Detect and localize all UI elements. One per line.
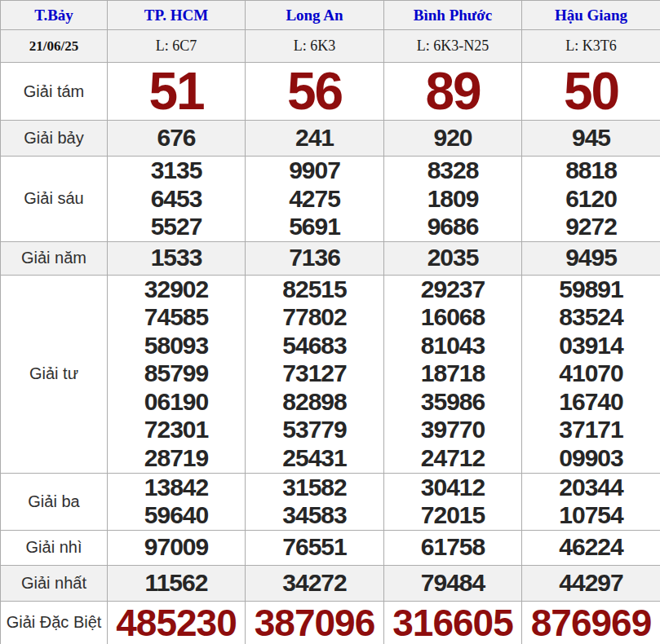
prize-cell: 9495: [522, 241, 660, 275]
prize-number: 5527: [108, 213, 245, 241]
prize-number: 79484: [384, 569, 521, 598]
prize-number: 58093: [108, 332, 245, 360]
prize-number: 09903: [522, 444, 660, 473]
prize-number: 59640: [108, 501, 245, 530]
prize-number: 8818: [522, 157, 660, 185]
prize-number: 82515: [246, 276, 383, 304]
results-table-body: 21/06/25L: 6C7L: 6K3L: 6K3-N25L: K3T6Giả…: [1, 30, 660, 644]
prize-cell: 89: [384, 63, 522, 121]
prize-number: 20344: [522, 474, 660, 502]
prize-cell: 876969: [522, 601, 660, 644]
prize-number: 16740: [522, 388, 660, 417]
draw-date: 21/06/25: [1, 30, 108, 63]
province-header: Hậu Giang: [522, 1, 660, 30]
loterie-code: L: 6C7: [108, 30, 246, 63]
prize-number: 9686: [384, 213, 521, 241]
prize-cell: 1384259640: [108, 473, 246, 530]
prize-number: 1533: [108, 244, 245, 272]
prize-row: Giải bảy676241920945: [1, 121, 660, 157]
prize-number: 74585: [108, 303, 245, 332]
loterie-code: L: K3T6: [522, 30, 660, 63]
prize-cell: 46224: [522, 530, 660, 565]
prize-number: 24712: [384, 444, 521, 473]
prize-cell: 82515778025468373127828985377925431: [246, 275, 384, 473]
prize-label: Giải Đặc Biệt: [1, 601, 108, 644]
prize-cell: 51: [108, 63, 246, 121]
prize-cell: 3158234583: [246, 473, 384, 530]
province-link-2[interactable]: Bình Phước: [414, 7, 492, 24]
prize-cell: 881861209272: [522, 157, 660, 242]
prize-number: 30412: [384, 474, 521, 502]
prize-cell: 61758: [384, 530, 522, 565]
prize-number: 485230: [108, 602, 245, 644]
prize-number: 316605: [384, 602, 521, 644]
prize-row: Giải tư329027458558093857990619072301287…: [1, 275, 660, 473]
prize-cell: 29237160688104318718359863977024712: [384, 275, 522, 473]
prize-cell: 7136: [246, 241, 384, 275]
prize-number: 41070: [522, 359, 660, 388]
loterie-code: L: 6K3-N25: [384, 30, 522, 63]
prize-cell: 32902745855809385799061907230128719: [108, 275, 246, 473]
prize-number: 32902: [108, 276, 245, 304]
prize-number: 18718: [384, 359, 521, 388]
prize-cell: 34272: [246, 565, 384, 601]
province-header: Long An: [246, 1, 384, 30]
prize-number: 03914: [522, 332, 660, 360]
prize-row: Giải nhì97009765516175846224: [1, 530, 660, 565]
results-table-head: T.BảyTP. HCMLong AnBình PhướcHậu Giang: [1, 1, 660, 30]
prize-cell: 241: [246, 121, 384, 157]
prize-number: 76551: [246, 533, 383, 562]
date-row: 21/06/25L: 6C7L: 6K3L: 6K3-N25L: K3T6: [1, 30, 660, 63]
prize-number: 1809: [384, 185, 521, 214]
prize-number: 9907: [246, 157, 383, 185]
prize-number: 945: [522, 124, 660, 152]
prize-label: Giải nhất: [1, 565, 108, 601]
prize-number: 920: [384, 124, 521, 152]
prize-number: 37171: [522, 416, 660, 444]
prize-number: 2035: [384, 244, 521, 272]
prize-label: Giải sáu: [1, 157, 108, 242]
prize-label: Giải ba: [1, 473, 108, 530]
prize-cell: 11562: [108, 565, 246, 601]
prize-number: 7136: [246, 244, 383, 272]
prize-row: Giải tám51568950: [1, 63, 660, 121]
prize-cell: 3041272015: [384, 473, 522, 530]
prize-label: Giải bảy: [1, 121, 108, 157]
prize-number: 25431: [246, 444, 383, 473]
day-label: T.Bảy: [1, 1, 108, 30]
province-link-3[interactable]: Hậu Giang: [555, 7, 627, 24]
province-header: Bình Phước: [384, 1, 522, 30]
prize-row: Giải Đặc Biệt485230387096316605876969: [1, 601, 660, 644]
prize-number: 54683: [246, 332, 383, 360]
province-link-1[interactable]: Long An: [286, 7, 343, 24]
prize-cell: 676: [108, 121, 246, 157]
prize-number: 16068: [384, 303, 521, 332]
prize-cell: 59891835240391441070167403717109903: [522, 275, 660, 473]
prize-number: 77802: [246, 303, 383, 332]
prize-number: 28719: [108, 444, 245, 473]
prize-number: 81043: [384, 332, 521, 360]
prize-label: Giải nhì: [1, 530, 108, 565]
prize-cell: 2034410754: [522, 473, 660, 530]
prize-cell: 316605: [384, 601, 522, 644]
prize-number: 50: [522, 63, 660, 120]
prize-number: 82898: [246, 388, 383, 417]
prize-cell: 79484: [384, 565, 522, 601]
prize-cell: 832818099686: [384, 157, 522, 242]
prize-number: 44297: [522, 569, 660, 598]
prize-number: 8328: [384, 157, 521, 185]
prize-number: 13842: [108, 474, 245, 502]
prize-label: Giải tám: [1, 63, 108, 121]
prize-cell: 97009: [108, 530, 246, 565]
province-link-0[interactable]: TP. HCM: [144, 7, 208, 24]
prize-number: 9495: [522, 244, 660, 272]
prize-cell: 945: [522, 121, 660, 157]
prize-number: 5691: [246, 213, 383, 241]
prize-number: 31582: [246, 474, 383, 502]
prize-cell: 76551: [246, 530, 384, 565]
prize-number: 876969: [522, 602, 660, 644]
prize-label: Giải năm: [1, 241, 108, 275]
prize-cell: 50: [522, 63, 660, 121]
prize-number: 85799: [108, 359, 245, 388]
prize-number: 11562: [108, 569, 245, 598]
